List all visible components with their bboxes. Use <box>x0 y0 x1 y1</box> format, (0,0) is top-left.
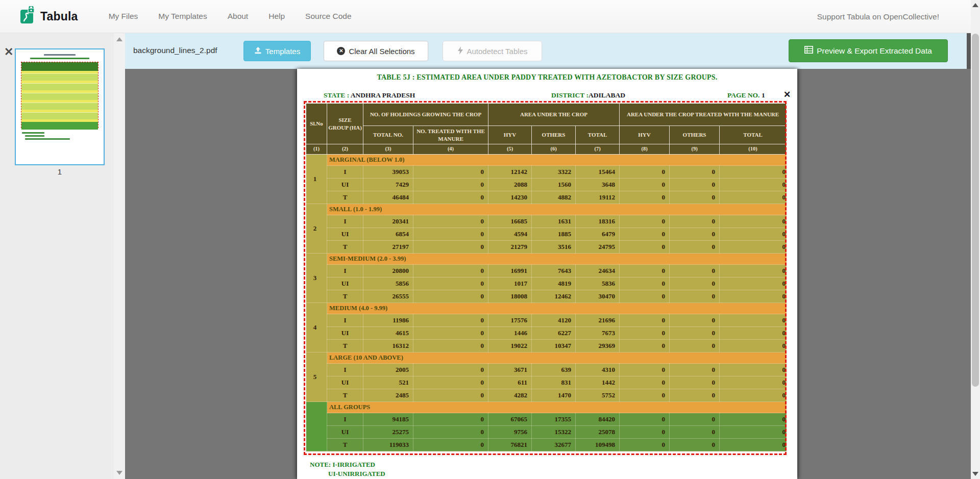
preview-export-button[interactable]: Preview & Export Extracted Data <box>789 39 948 62</box>
thumb-note-line <box>22 132 44 134</box>
pdf-page[interactable]: TABLE 5J : ESTIMATED AREA UNDER PADDY TR… <box>297 69 797 479</box>
tabula-logo-icon <box>19 6 36 27</box>
nav-item-about[interactable]: About <box>228 12 249 21</box>
export-label: Preview & Export Extracted Data <box>817 46 932 56</box>
remove-circle-icon: ✕ <box>337 47 345 55</box>
nav-item-my-templates[interactable]: My Templates <box>158 12 207 21</box>
clear-label: Clear All Selections <box>349 47 414 56</box>
nav-links: My Files My Templates About Help Source … <box>109 12 352 21</box>
autodetect-tables-button: Autodetect Tables <box>443 41 542 61</box>
scroll-down-icon[interactable] <box>972 472 978 476</box>
support-link[interactable]: Support Tabula on OpenCollective! <box>817 0 939 33</box>
sidebar-scroll-down-icon[interactable] <box>116 471 122 475</box>
nav-item-help[interactable]: Help <box>268 12 285 21</box>
pdf-table-title: TABLE 5J : ESTIMATED AREA UNDER PADDY TR… <box>297 73 797 82</box>
state-label: STATE : <box>324 91 349 99</box>
autodetect-label: Autodetect Tables <box>467 47 528 56</box>
filename-label: background_lines_2.pdf <box>133 46 217 55</box>
selection-close-icon[interactable]: ✕ <box>783 89 791 100</box>
lightning-icon <box>457 46 463 56</box>
brand-title: Tabula <box>40 10 78 23</box>
district-value: ADILABAD <box>589 91 625 99</box>
nav-item-source-code[interactable]: Source Code <box>305 12 351 21</box>
district-label: DISTRICT : <box>551 91 589 99</box>
thumb-note-line <box>25 138 70 140</box>
sidebar-scroll-up-icon[interactable] <box>116 37 122 41</box>
clear-all-selections-button[interactable]: ✕ Clear All Selections <box>324 41 428 61</box>
nav-item-my-files[interactable]: My Files <box>109 12 138 21</box>
document-viewer: TABLE 5J : ESTIMATED AREA UNDER PADDY TR… <box>125 69 971 479</box>
page-no-label: PAGE NO. <box>727 91 760 99</box>
templates-icon <box>254 46 262 56</box>
templates-label: Templates <box>265 47 300 56</box>
top-navbar: Tabula My Files My Templates About Help … <box>0 0 980 33</box>
table-selection-box[interactable] <box>304 101 787 455</box>
state-value: ANDHRA PRADESH <box>351 91 415 99</box>
page-no-value: 1 <box>762 91 765 99</box>
thumb-title-line <box>44 54 76 56</box>
thumb-subtitle-line <box>30 58 89 59</box>
remove-file-icon[interactable]: ✕ <box>4 46 13 58</box>
page-thumbnails-sidebar: ✕ 1 <box>0 33 125 479</box>
sidebar-scrollbar[interactable] <box>114 33 125 479</box>
inner-scrollbar-strip[interactable] <box>967 33 971 69</box>
thumb-note-line <box>25 135 44 137</box>
tabula-brand[interactable]: Tabula <box>19 6 78 27</box>
note-unirrigated: UI-UNIRRIGATED <box>328 470 385 478</box>
thumbnail-page-number: 1 <box>15 167 105 176</box>
scrollbar-thumb[interactable] <box>972 34 979 387</box>
thumbnail-selection-box <box>21 62 99 128</box>
table-list-icon <box>804 46 813 56</box>
pdf-meta-row: STATE : ANDHRA PRADESH DISTRICT :ADILABA… <box>297 91 797 100</box>
note-irrigated: NOTE: I-IRRIGATED <box>310 461 375 469</box>
templates-button[interactable]: Templates <box>243 41 311 61</box>
toolbar: background_lines_2.pdf Templates ✕ Clear… <box>125 33 967 69</box>
page-scrollbar[interactable] <box>971 0 980 479</box>
page-thumbnail[interactable] <box>15 48 105 165</box>
scroll-up-icon[interactable] <box>972 3 978 7</box>
